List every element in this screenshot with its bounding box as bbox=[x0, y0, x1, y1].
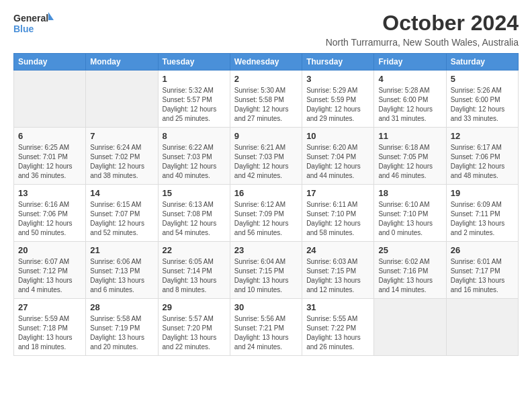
header-row: SundayMondayTuesdayWednesdayThursdayFrid… bbox=[14, 54, 519, 71]
calendar-cell: 7Sunrise: 6:24 AM Sunset: 7:02 PM Daylig… bbox=[86, 128, 158, 185]
day-info: Sunrise: 5:28 AM Sunset: 6:00 PM Dayligh… bbox=[378, 86, 441, 124]
day-number: 27 bbox=[18, 302, 81, 312]
day-info: Sunrise: 6:04 AM Sunset: 7:15 PM Dayligh… bbox=[234, 257, 298, 295]
calendar-cell: 21Sunrise: 6:06 AM Sunset: 7:13 PM Dayli… bbox=[86, 242, 158, 299]
calendar-cell: 9Sunrise: 6:21 AM Sunset: 7:03 PM Daylig… bbox=[230, 128, 302, 185]
day-info: Sunrise: 6:15 AM Sunset: 7:07 PM Dayligh… bbox=[90, 200, 153, 238]
calendar-cell: 17Sunrise: 6:11 AM Sunset: 7:10 PM Dayli… bbox=[302, 185, 374, 242]
calendar-cell: 14Sunrise: 6:15 AM Sunset: 7:07 PM Dayli… bbox=[86, 185, 158, 242]
day-info: Sunrise: 6:07 AM Sunset: 7:12 PM Dayligh… bbox=[18, 257, 81, 295]
day-number: 24 bbox=[306, 245, 369, 255]
calendar-cell bbox=[374, 299, 446, 356]
day-info: Sunrise: 6:17 AM Sunset: 7:06 PM Dayligh… bbox=[451, 143, 514, 181]
calendar-cell: 24Sunrise: 6:03 AM Sunset: 7:15 PM Dayli… bbox=[302, 242, 374, 299]
day-info: Sunrise: 6:06 AM Sunset: 7:13 PM Dayligh… bbox=[90, 257, 153, 295]
day-info: Sunrise: 6:20 AM Sunset: 7:04 PM Dayligh… bbox=[306, 143, 369, 181]
day-info: Sunrise: 5:56 AM Sunset: 7:21 PM Dayligh… bbox=[234, 314, 298, 352]
month-title: October 2024 bbox=[326, 11, 519, 36]
day-number: 23 bbox=[234, 245, 298, 255]
day-info: Sunrise: 6:21 AM Sunset: 7:03 PM Dayligh… bbox=[234, 143, 298, 181]
calendar-cell: 5Sunrise: 5:26 AM Sunset: 6:00 PM Daylig… bbox=[446, 71, 518, 128]
day-number: 6 bbox=[18, 131, 81, 141]
day-number: 20 bbox=[18, 245, 81, 255]
calendar-cell: 29Sunrise: 5:57 AM Sunset: 7:20 PM Dayli… bbox=[158, 299, 230, 356]
calendar-cell bbox=[86, 71, 158, 128]
col-header-thursday: Thursday bbox=[302, 54, 374, 71]
col-header-saturday: Saturday bbox=[446, 54, 518, 71]
week-row-3: 13Sunrise: 6:16 AM Sunset: 7:06 PM Dayli… bbox=[14, 185, 519, 242]
day-info: Sunrise: 6:13 AM Sunset: 7:08 PM Dayligh… bbox=[163, 200, 226, 238]
day-number: 12 bbox=[451, 131, 514, 141]
logo: General Blue bbox=[13, 11, 54, 38]
calendar-cell: 8Sunrise: 6:22 AM Sunset: 7:03 PM Daylig… bbox=[158, 128, 230, 185]
calendar-cell bbox=[14, 71, 86, 128]
svg-text:General: General bbox=[13, 13, 48, 24]
day-number: 28 bbox=[90, 302, 153, 312]
day-info: Sunrise: 5:26 AM Sunset: 6:00 PM Dayligh… bbox=[451, 86, 514, 124]
calendar-cell: 26Sunrise: 6:01 AM Sunset: 7:17 PM Dayli… bbox=[446, 242, 518, 299]
calendar-cell bbox=[446, 299, 518, 356]
calendar-cell: 2Sunrise: 5:30 AM Sunset: 5:58 PM Daylig… bbox=[230, 71, 302, 128]
col-header-sunday: Sunday bbox=[14, 54, 86, 71]
calendar-cell: 6Sunrise: 6:25 AM Sunset: 7:01 PM Daylig… bbox=[14, 128, 86, 185]
calendar-cell: 16Sunrise: 6:12 AM Sunset: 7:09 PM Dayli… bbox=[230, 185, 302, 242]
day-info: Sunrise: 5:29 AM Sunset: 5:59 PM Dayligh… bbox=[306, 86, 369, 124]
day-number: 5 bbox=[451, 74, 514, 84]
day-info: Sunrise: 6:16 AM Sunset: 7:06 PM Dayligh… bbox=[18, 200, 81, 238]
day-number: 11 bbox=[378, 131, 441, 141]
day-info: Sunrise: 5:30 AM Sunset: 5:58 PM Dayligh… bbox=[234, 86, 298, 124]
day-info: Sunrise: 6:10 AM Sunset: 7:10 PM Dayligh… bbox=[378, 200, 441, 238]
day-number: 14 bbox=[90, 188, 153, 198]
day-info: Sunrise: 5:59 AM Sunset: 7:18 PM Dayligh… bbox=[18, 314, 81, 352]
week-row-1: 1Sunrise: 5:32 AM Sunset: 5:57 PM Daylig… bbox=[14, 71, 519, 128]
calendar-cell: 27Sunrise: 5:59 AM Sunset: 7:18 PM Dayli… bbox=[14, 299, 86, 356]
calendar-cell: 30Sunrise: 5:56 AM Sunset: 7:21 PM Dayli… bbox=[230, 299, 302, 356]
calendar-cell: 11Sunrise: 6:18 AM Sunset: 7:05 PM Dayli… bbox=[374, 128, 446, 185]
day-number: 1 bbox=[163, 74, 226, 84]
day-number: 4 bbox=[378, 74, 441, 84]
day-number: 19 bbox=[451, 188, 514, 198]
day-info: Sunrise: 6:05 AM Sunset: 7:14 PM Dayligh… bbox=[163, 257, 226, 295]
calendar-cell: 13Sunrise: 6:16 AM Sunset: 7:06 PM Dayli… bbox=[14, 185, 86, 242]
day-info: Sunrise: 6:09 AM Sunset: 7:11 PM Dayligh… bbox=[451, 200, 514, 238]
calendar-cell: 28Sunrise: 5:58 AM Sunset: 7:19 PM Dayli… bbox=[86, 299, 158, 356]
day-info: Sunrise: 6:11 AM Sunset: 7:10 PM Dayligh… bbox=[306, 200, 369, 238]
day-info: Sunrise: 6:24 AM Sunset: 7:02 PM Dayligh… bbox=[90, 143, 153, 181]
calendar-cell: 3Sunrise: 5:29 AM Sunset: 5:59 PM Daylig… bbox=[302, 71, 374, 128]
calendar-cell: 25Sunrise: 6:02 AM Sunset: 7:16 PM Dayli… bbox=[374, 242, 446, 299]
day-number: 31 bbox=[306, 302, 369, 312]
calendar-cell: 1Sunrise: 5:32 AM Sunset: 5:57 PM Daylig… bbox=[158, 71, 230, 128]
calendar-cell: 20Sunrise: 6:07 AM Sunset: 7:12 PM Dayli… bbox=[14, 242, 86, 299]
day-number: 8 bbox=[163, 131, 226, 141]
calendar-cell: 22Sunrise: 6:05 AM Sunset: 7:14 PM Dayli… bbox=[158, 242, 230, 299]
day-info: Sunrise: 6:12 AM Sunset: 7:09 PM Dayligh… bbox=[234, 200, 298, 238]
col-header-wednesday: Wednesday bbox=[230, 54, 302, 71]
day-info: Sunrise: 6:22 AM Sunset: 7:03 PM Dayligh… bbox=[163, 143, 226, 181]
day-info: Sunrise: 6:01 AM Sunset: 7:17 PM Dayligh… bbox=[451, 257, 514, 295]
day-number: 16 bbox=[234, 188, 298, 198]
week-row-4: 20Sunrise: 6:07 AM Sunset: 7:12 PM Dayli… bbox=[14, 242, 519, 299]
calendar-cell: 15Sunrise: 6:13 AM Sunset: 7:08 PM Dayli… bbox=[158, 185, 230, 242]
day-number: 30 bbox=[234, 302, 298, 312]
day-number: 25 bbox=[378, 245, 441, 255]
day-number: 7 bbox=[90, 131, 153, 141]
week-row-5: 27Sunrise: 5:59 AM Sunset: 7:18 PM Dayli… bbox=[14, 299, 519, 356]
day-info: Sunrise: 5:32 AM Sunset: 5:57 PM Dayligh… bbox=[163, 86, 226, 124]
day-number: 9 bbox=[234, 131, 298, 141]
page-header: General Blue October 2024 North Turramur… bbox=[13, 11, 519, 48]
day-number: 13 bbox=[18, 188, 81, 198]
day-number: 29 bbox=[163, 302, 226, 312]
day-number: 2 bbox=[234, 74, 298, 84]
calendar-cell: 12Sunrise: 6:17 AM Sunset: 7:06 PM Dayli… bbox=[446, 128, 518, 185]
day-number: 21 bbox=[90, 245, 153, 255]
week-row-2: 6Sunrise: 6:25 AM Sunset: 7:01 PM Daylig… bbox=[14, 128, 519, 185]
day-info: Sunrise: 5:55 AM Sunset: 7:22 PM Dayligh… bbox=[306, 314, 369, 352]
calendar-cell: 19Sunrise: 6:09 AM Sunset: 7:11 PM Dayli… bbox=[446, 185, 518, 242]
day-number: 10 bbox=[306, 131, 369, 141]
calendar-cell: 4Sunrise: 5:28 AM Sunset: 6:00 PM Daylig… bbox=[374, 71, 446, 128]
svg-marker-2 bbox=[48, 12, 54, 20]
col-header-friday: Friday bbox=[374, 54, 446, 71]
day-number: 17 bbox=[306, 188, 369, 198]
day-info: Sunrise: 6:25 AM Sunset: 7:01 PM Dayligh… bbox=[18, 143, 81, 181]
calendar-cell: 18Sunrise: 6:10 AM Sunset: 7:10 PM Dayli… bbox=[374, 185, 446, 242]
